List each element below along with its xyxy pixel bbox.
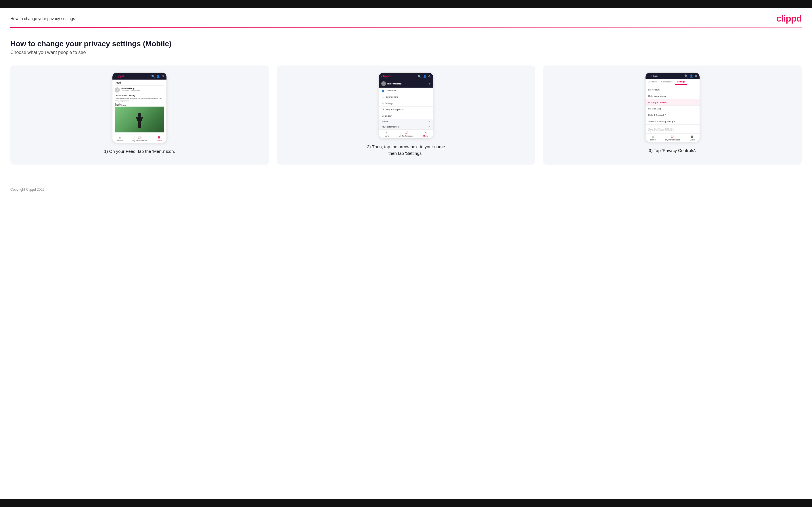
privacycontrols-chevron: ›	[696, 101, 697, 104]
phone2-section-home[interactable]: Home ▼	[379, 119, 433, 124]
home-icon: ⌂	[119, 136, 121, 139]
main-content: How to change your privacy settings (Mob…	[0, 28, 812, 182]
connections-label: Connections	[386, 96, 398, 98]
phone2-user-info: Blair McHarg	[381, 81, 401, 86]
menu-item-myprofile[interactable]: 👤 My Profile	[379, 88, 433, 94]
menu-label: Menu	[423, 135, 428, 137]
tab-myprofile[interactable]: My Profile	[646, 79, 659, 85]
phone1-bottom-home: ⌂ Home	[117, 136, 123, 142]
phone2-username: Blair McHarg	[387, 82, 401, 85]
tab-connections[interactable]: Connections	[659, 79, 675, 85]
svg-rect-1	[138, 116, 141, 122]
settings-row-helpsupport[interactable]: Help & Support ↗	[646, 112, 700, 118]
tab-settings[interactable]: Settings	[675, 79, 688, 85]
menu-label: Menu	[690, 139, 695, 141]
settings-row-myaccount[interactable]: My Account ›	[646, 87, 700, 93]
phone3-bottom-menu: ☰ Menu	[690, 135, 695, 141]
menu-item-settings[interactable]: ⚙ Settings	[379, 100, 433, 107]
settings-label: Settings	[385, 102, 393, 105]
settings-row-dataintegrations[interactable]: Data Integrations ›	[646, 93, 700, 99]
privacy-controls-label: Privacy Controls	[648, 101, 667, 104]
performance-icon: 📈	[671, 135, 674, 138]
menu-item-logout[interactable]: ⏻ Logout	[379, 113, 433, 119]
logout-label: Logout	[385, 115, 392, 117]
top-bar	[0, 0, 812, 8]
myaccount-chevron: ›	[696, 89, 697, 91]
help-label: Help & Support ↗	[386, 108, 404, 111]
profile-icon: 👤	[382, 90, 385, 92]
performance-chevron: ▼	[428, 126, 430, 128]
performance-section-label: My Performance	[382, 125, 399, 128]
phone1-nav-icons: 🔍 👤 ⚙	[151, 75, 164, 78]
phone1-bottom-performance: 📈 My Performance	[132, 136, 147, 142]
settings-row-serviceprivacy[interactable]: Service & Privacy Policy ↗	[646, 118, 700, 125]
back-label: < Back	[651, 75, 658, 77]
phone2-bottom-close[interactable]: ✕ Menu	[423, 131, 428, 137]
page-title: How to change your privacy settings (Mob…	[10, 39, 802, 48]
home-label: Home	[117, 139, 123, 142]
phone2-navbar: clippd 🔍 👤 ⚙	[379, 73, 433, 79]
phone2-user-row[interactable]: Blair McHarg ▲	[379, 79, 433, 88]
connections-icon: 🔗	[382, 96, 385, 98]
feed-post-content: Blair McHarg Yesterday · Sunningdale	[121, 87, 140, 91]
golfer-silhouette	[134, 112, 145, 132]
search-icon: 🔍	[151, 75, 155, 78]
back-arrow: ←	[648, 75, 650, 77]
svg-rect-5	[140, 122, 141, 128]
help-support-label: Help & Support ↗	[648, 114, 666, 116]
feed-avatar: B	[115, 87, 120, 93]
home-label: Home	[650, 139, 656, 141]
phone2-avatar	[381, 81, 386, 86]
footer: Copyright Clippd 2022	[0, 182, 812, 200]
phone2-logo: clippd	[381, 74, 391, 78]
phone2-menu-items: 👤 My Profile 🔗 Connections ⚙ Settings ❓ …	[379, 88, 433, 119]
svg-point-0	[138, 113, 141, 116]
menu-item-connections[interactable]: 🔗 Connections	[379, 94, 433, 100]
search-icon: 🔍	[684, 74, 688, 77]
performance-label: My Performance	[665, 139, 680, 141]
mygolfbag-chevron: ›	[696, 107, 697, 110]
performance-label: My Performance	[132, 139, 147, 142]
version-line2: GQL Server Version: 2022.7.30-1	[648, 130, 697, 131]
settings-icon: ⚙	[695, 74, 697, 77]
feed-post: B Blair McHarg Yesterday · Sunningdale	[115, 87, 164, 93]
phone2-chevron-up: ▲	[428, 82, 431, 85]
settings-row-privacycontrols[interactable]: Privacy Controls ›	[646, 99, 700, 106]
home-label: Home	[384, 135, 389, 137]
settings-row-mygolfbag[interactable]: My Golf Bag ›	[646, 106, 700, 112]
performance-icon: 📈	[405, 131, 408, 134]
step-3-description: 3) Tap 'Privacy Controls'.	[649, 147, 696, 154]
my-golf-bag-label: My Golf Bag	[648, 107, 661, 110]
breadcrumb: How to change your privacy settings	[10, 16, 75, 21]
step-3-card: ← < Back 🔍 👤 ⚙ My Profile Connections Se…	[543, 65, 802, 165]
my-account-label: My Account	[648, 89, 660, 91]
feed-post-sub: Yesterday · Sunningdale	[121, 89, 140, 91]
phone3-tabs: My Profile Connections Settings	[646, 79, 700, 85]
step-1-phone: clippd 🔍 👤 ⚙ Feed B Blair McHarg Yester	[112, 72, 167, 143]
help-icon: ❓	[382, 109, 385, 111]
settings-list: My Account › Data Integrations › Privacy…	[646, 87, 700, 125]
step-2-phone: clippd 🔍 👤 ⚙ Blair McHarg ▲	[379, 72, 433, 138]
close-icon: ✕	[424, 131, 427, 134]
feed-lesson-body: Looking to feel like my hands are exitin…	[115, 97, 164, 102]
svg-rect-4	[138, 122, 140, 128]
phone3-bottom: ⌂ Home 📈 My Performance ☰ Menu	[646, 133, 700, 142]
step-2-card: clippd 🔍 👤 ⚙ Blair McHarg ▲	[277, 65, 536, 165]
step-2-description: 2) Then, tap the arrow next to your name…	[366, 144, 446, 157]
feed-screen: Feed B Blair McHarg Yesterday · Sunningd…	[112, 79, 166, 134]
phone3-back-button[interactable]: ← < Back	[648, 75, 658, 77]
feed-lesson-title: Lesson with Fordy	[115, 94, 164, 97]
menu-icon: ☰	[691, 135, 694, 138]
user-icon: 👤	[423, 75, 426, 78]
home-icon: ⌂	[652, 135, 654, 138]
step-1-card: clippd 🔍 👤 ⚙ Feed B Blair McHarg Yester	[10, 65, 269, 165]
feed-golf-image	[115, 107, 164, 132]
my-profile-label: My Profile	[386, 89, 396, 92]
phone2-section-performance[interactable]: My Performance ▼	[379, 124, 433, 129]
menu-label: Menu	[157, 139, 162, 142]
menu-item-help[interactable]: ❓ Help & Support ↗	[379, 107, 433, 113]
phone1-bottom-menu[interactable]: ☰ Menu	[157, 136, 162, 142]
performance-icon: 📈	[138, 136, 142, 139]
phone1-logo: clippd	[115, 74, 124, 78]
phone1-bottom: ⌂ Home 📈 My Performance ☰ Menu	[112, 134, 166, 143]
